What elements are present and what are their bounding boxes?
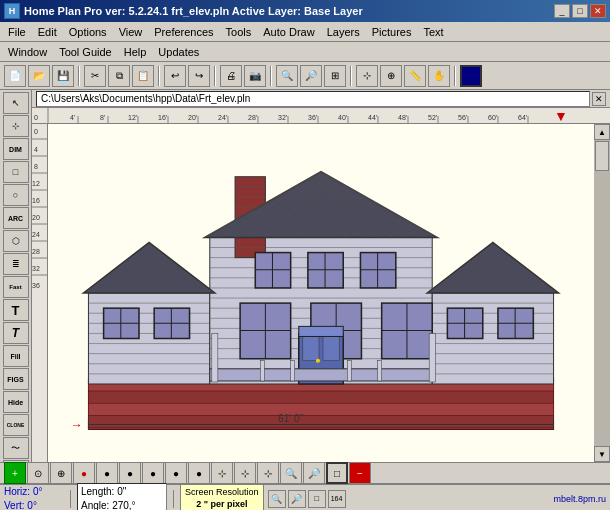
- zoom-out2-button[interactable]: 🔎: [303, 462, 325, 484]
- canvas-area: C:\Users\Aks\Documents\hpp\Data\Frt_elev…: [32, 90, 610, 462]
- zoom-164-status[interactable]: 164: [328, 490, 346, 508]
- snap10-button[interactable]: ⊹: [234, 462, 256, 484]
- camera-button[interactable]: 📷: [244, 65, 266, 87]
- tool-select-arrow[interactable]: ↖: [3, 92, 29, 114]
- undo-button[interactable]: ↩: [164, 65, 186, 87]
- status-horiz: Horiz: 0°: [4, 485, 64, 499]
- menu-autodraw[interactable]: Auto Draw: [257, 22, 320, 41]
- menu-updates[interactable]: Updates: [152, 42, 205, 61]
- scroll-track[interactable]: [594, 140, 610, 446]
- tool-figs[interactable]: FIGS: [3, 368, 29, 390]
- snap5-button[interactable]: ●: [119, 462, 141, 484]
- tool-circle[interactable]: ○: [3, 184, 29, 206]
- zoom-fit-button[interactable]: ⊞: [324, 65, 346, 87]
- zoom-box-button[interactable]: □: [326, 462, 348, 484]
- menu-pictures[interactable]: Pictures: [366, 22, 418, 41]
- scroll-thumb[interactable]: [595, 141, 609, 171]
- menu-edit[interactable]: Edit: [32, 22, 63, 41]
- snap4-button[interactable]: ●: [96, 462, 118, 484]
- drawing-area[interactable]: 61' 0" →: [48, 124, 594, 462]
- menu-layers[interactable]: Layers: [321, 22, 366, 41]
- new-button[interactable]: 📄: [4, 65, 26, 87]
- status-horiz-vert: Horiz: 0° Vert: 0°: [4, 485, 64, 511]
- toolbar-sep-3: [214, 66, 216, 86]
- measure-button[interactable]: 📏: [404, 65, 426, 87]
- canvas-close-button[interactable]: ✕: [592, 92, 606, 106]
- cut-button[interactable]: ✂: [84, 65, 106, 87]
- zoom-out-button[interactable]: 🔎: [300, 65, 322, 87]
- title-bar-controls[interactable]: _ □ ✕: [554, 4, 606, 18]
- menu-text[interactable]: Text: [417, 22, 449, 41]
- menu-window[interactable]: Window: [2, 42, 53, 61]
- grid-button[interactable]: ⊹: [356, 65, 378, 87]
- tool-fill[interactable]: Fill: [3, 345, 29, 367]
- svg-point-140: [316, 359, 320, 363]
- scroll-up-button[interactable]: ▲: [594, 124, 610, 140]
- tool-rectangle[interactable]: □: [3, 161, 29, 183]
- tool-hide[interactable]: Hide: [3, 391, 29, 413]
- tool-select-box[interactable]: ⊹: [3, 115, 29, 137]
- tool-clone[interactable]: CLONE: [3, 414, 29, 436]
- svg-text:61' 0": 61' 0": [278, 413, 304, 424]
- svg-text:48': 48': [398, 114, 407, 121]
- copy-button[interactable]: ⧉: [108, 65, 130, 87]
- svg-text:▼: ▼: [554, 108, 568, 124]
- maximize-button[interactable]: □: [572, 4, 588, 18]
- ruler-vertical: 0 4 8 12 16 20 24 28 32: [32, 124, 48, 462]
- snap9-button[interactable]: ⊹: [211, 462, 233, 484]
- tool-text[interactable]: T: [3, 299, 29, 321]
- snap2-button[interactable]: ⊕: [50, 462, 72, 484]
- svg-text:20': 20': [188, 114, 197, 121]
- snap-button[interactable]: ⊕: [380, 65, 402, 87]
- zoom-in-status[interactable]: 🔍: [268, 490, 286, 508]
- toolbar-sep-1: [78, 66, 80, 86]
- svg-text:20: 20: [32, 214, 40, 221]
- menu-options[interactable]: Options: [63, 22, 113, 41]
- redo-button[interactable]: ↪: [188, 65, 210, 87]
- main-layout: ↖ ⊹ DIM □ ○ ARC ⬡ ≣ Fast T T Fill FIGS H…: [0, 90, 610, 462]
- tool-stairs[interactable]: ≣: [3, 253, 29, 275]
- minimize-button[interactable]: _: [554, 4, 570, 18]
- vertical-scrollbar[interactable]: ▲ ▼: [594, 124, 610, 462]
- menu-toolguide[interactable]: Tool Guide: [53, 42, 118, 61]
- canvas-header: C:\Users\Aks\Documents\hpp\Data\Frt_elev…: [32, 90, 610, 108]
- menu-help[interactable]: Help: [118, 42, 153, 61]
- save-button[interactable]: 💾: [52, 65, 74, 87]
- menu-tools[interactable]: Tools: [220, 22, 258, 41]
- tool-arc[interactable]: ARC: [3, 207, 29, 229]
- svg-text:→: →: [70, 419, 82, 433]
- ruler-horizontal: 0 4' 8' 12' 16' 20' 24' 28' 32' 36': [32, 108, 610, 124]
- menu-file[interactable]: File: [2, 22, 32, 41]
- svg-text:12: 12: [32, 180, 40, 187]
- scroll-down-button[interactable]: ▼: [594, 446, 610, 462]
- tool-wave[interactable]: 〜: [3, 437, 29, 459]
- snap8-button[interactable]: ●: [188, 462, 210, 484]
- tool-text-style[interactable]: T: [3, 322, 29, 344]
- menu-preferences[interactable]: Preferences: [148, 22, 219, 41]
- print-button[interactable]: 🖨: [220, 65, 242, 87]
- close-button[interactable]: ✕: [590, 4, 606, 18]
- menu-view[interactable]: View: [113, 22, 149, 41]
- paste-button[interactable]: 📋: [132, 65, 154, 87]
- tool-polygon[interactable]: ⬡: [3, 230, 29, 252]
- add-button[interactable]: +: [4, 462, 26, 484]
- tool-fast[interactable]: Fast: [3, 276, 29, 298]
- zoom-box-status[interactable]: □: [308, 490, 326, 508]
- toolbar: 📄 📂 💾 ✂ ⧉ 📋 ↩ ↪ 🖨 📷 🔍 🔎 ⊞ ⊹ ⊕ 📏 ✋: [0, 62, 610, 90]
- zoom-in-button[interactable]: 🔍: [276, 65, 298, 87]
- toolbar-sep-2: [158, 66, 160, 86]
- color-picker[interactable]: [460, 65, 482, 87]
- snap1-button[interactable]: ⊙: [27, 462, 49, 484]
- open-button[interactable]: 📂: [28, 65, 50, 87]
- minus-button[interactable]: −: [349, 462, 371, 484]
- tool-dim[interactable]: DIM: [3, 138, 29, 160]
- snap7-button[interactable]: ●: [165, 462, 187, 484]
- zoom-out-status[interactable]: 🔎: [288, 490, 306, 508]
- website-text: mbelt.8pm.ru: [553, 494, 606, 504]
- hand-button[interactable]: ✋: [428, 65, 450, 87]
- snap3-button[interactable]: ●: [73, 462, 95, 484]
- zoom-in2-button[interactable]: 🔍: [280, 462, 302, 484]
- bottom-toolbar: + ⊙ ⊕ ● ● ● ● ● ● ⊹ ⊹ ⊹ 🔍 🔎 □ −: [0, 462, 610, 484]
- snap6-button[interactable]: ●: [142, 462, 164, 484]
- snap11-button[interactable]: ⊹: [257, 462, 279, 484]
